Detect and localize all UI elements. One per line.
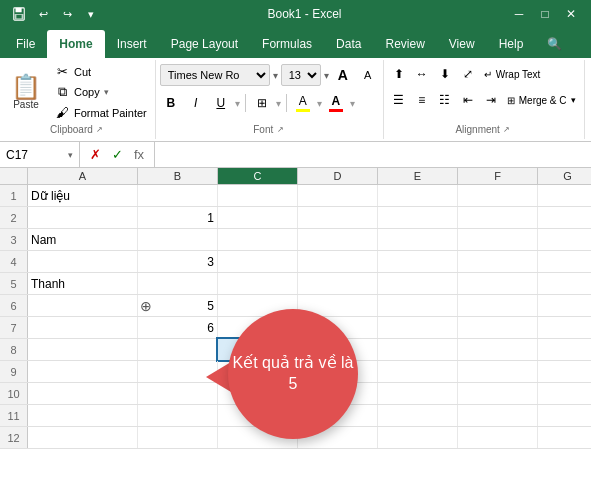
cell-b12[interactable]: [138, 427, 218, 448]
close-button[interactable]: ✕: [559, 2, 583, 26]
font-size-select[interactable]: 13: [281, 64, 321, 86]
cell-a2[interactable]: [28, 207, 138, 228]
cell-g10[interactable]: [538, 383, 591, 404]
cell-c4[interactable]: [218, 251, 298, 272]
clipboard-expander[interactable]: ↗: [95, 125, 105, 135]
cell-b3[interactable]: [138, 229, 218, 250]
font-color-button[interactable]: A: [325, 92, 347, 114]
tab-view[interactable]: View: [437, 30, 487, 58]
orientation-button[interactable]: ⤢: [457, 63, 479, 85]
cell-f11[interactable]: [458, 405, 538, 426]
cell-b7[interactable]: 6: [138, 317, 218, 338]
customize-qat-button[interactable]: ▾: [80, 3, 102, 25]
decrease-indent-button[interactable]: ⇤: [457, 89, 479, 111]
formula-input[interactable]: [155, 142, 591, 167]
align-center-button[interactable]: ≡: [411, 89, 433, 111]
name-box-dropdown[interactable]: ▾: [68, 150, 73, 160]
underline-dropdown[interactable]: ▾: [235, 98, 240, 109]
cell-c2[interactable]: [218, 207, 298, 228]
cancel-formula-button[interactable]: ✗: [86, 147, 104, 162]
maximize-button[interactable]: □: [533, 2, 557, 26]
cell-f6[interactable]: [458, 295, 538, 316]
cell-g7[interactable]: [538, 317, 591, 338]
tab-review[interactable]: Review: [373, 30, 436, 58]
cell-a1[interactable]: Dữ liệu: [28, 185, 138, 206]
col-header-b[interactable]: B: [138, 168, 218, 184]
cell-e11[interactable]: [378, 405, 458, 426]
col-header-d[interactable]: D: [298, 168, 378, 184]
cell-f9[interactable]: [458, 361, 538, 382]
tab-file[interactable]: File: [4, 30, 47, 58]
cell-g6[interactable]: [538, 295, 591, 316]
wrap-text-button[interactable]: ↵ Wrap Text: [480, 67, 545, 82]
border-dropdown[interactable]: ▾: [276, 98, 281, 109]
paste-button[interactable]: 📋 Paste: [4, 62, 48, 122]
merge-dropdown[interactable]: ▾: [571, 95, 576, 105]
cell-e5[interactable]: [378, 273, 458, 294]
cell-f12[interactable]: [458, 427, 538, 448]
align-middle-button[interactable]: ↔: [411, 63, 433, 85]
cell-e9[interactable]: [378, 361, 458, 382]
col-header-g[interactable]: G: [538, 168, 591, 184]
tab-formulas[interactable]: Formulas: [250, 30, 324, 58]
align-right-button[interactable]: ☷: [434, 89, 456, 111]
font-name-select[interactable]: Times New Ro: [160, 64, 270, 86]
cell-b8[interactable]: [138, 339, 218, 360]
tab-help[interactable]: Help: [487, 30, 536, 58]
cell-f2[interactable]: [458, 207, 538, 228]
bold-button[interactable]: B: [160, 92, 182, 114]
tab-page-layout[interactable]: Page Layout: [159, 30, 250, 58]
cell-a6[interactable]: [28, 295, 138, 316]
grow-font-button[interactable]: A: [332, 64, 354, 86]
col-header-f[interactable]: F: [458, 168, 538, 184]
cell-c5[interactable]: [218, 273, 298, 294]
cell-a7[interactable]: [28, 317, 138, 338]
cell-e12[interactable]: [378, 427, 458, 448]
cell-e8[interactable]: [378, 339, 458, 360]
cell-g12[interactable]: [538, 427, 591, 448]
cell-e1[interactable]: [378, 185, 458, 206]
cell-f4[interactable]: [458, 251, 538, 272]
copy-button[interactable]: ⧉ Copy ▾: [50, 82, 151, 102]
cell-f7[interactable]: [458, 317, 538, 338]
font-expander[interactable]: ↗: [275, 125, 285, 135]
border-button[interactable]: ⊞: [251, 92, 273, 114]
cell-e10[interactable]: [378, 383, 458, 404]
cell-b5[interactable]: [138, 273, 218, 294]
underline-button[interactable]: U: [210, 92, 232, 114]
cell-e4[interactable]: [378, 251, 458, 272]
cell-b6[interactable]: ⊕5: [138, 295, 218, 316]
minimize-button[interactable]: ─: [507, 2, 531, 26]
fill-color-button[interactable]: A: [292, 92, 314, 114]
insert-function-button[interactable]: fx: [130, 147, 148, 162]
fill-color-dropdown[interactable]: ▾: [317, 98, 322, 109]
cell-g11[interactable]: [538, 405, 591, 426]
save-button[interactable]: [8, 3, 30, 25]
cell-a11[interactable]: [28, 405, 138, 426]
cell-a12[interactable]: [28, 427, 138, 448]
cell-e7[interactable]: [378, 317, 458, 338]
cell-g8[interactable]: [538, 339, 591, 360]
cell-c1[interactable]: [218, 185, 298, 206]
cell-g9[interactable]: [538, 361, 591, 382]
font-name-dropdown-icon[interactable]: ▾: [273, 70, 278, 81]
align-bottom-button[interactable]: ⬇: [434, 63, 456, 85]
tab-home[interactable]: Home: [47, 30, 104, 58]
name-box[interactable]: C17 ▾: [0, 142, 80, 167]
cell-a8[interactable]: [28, 339, 138, 360]
cell-f8[interactable]: [458, 339, 538, 360]
col-header-c[interactable]: C: [218, 168, 298, 184]
cell-a10[interactable]: [28, 383, 138, 404]
cell-f5[interactable]: [458, 273, 538, 294]
cell-b1[interactable]: [138, 185, 218, 206]
cell-a3[interactable]: Nam: [28, 229, 138, 250]
cell-f10[interactable]: [458, 383, 538, 404]
increase-indent-button[interactable]: ⇥: [480, 89, 502, 111]
cell-b11[interactable]: [138, 405, 218, 426]
cut-button[interactable]: ✂ Cut: [50, 62, 151, 81]
cell-b4[interactable]: 3: [138, 251, 218, 272]
cell-d1[interactable]: [298, 185, 378, 206]
tab-data[interactable]: Data: [324, 30, 373, 58]
cell-d3[interactable]: [298, 229, 378, 250]
cell-d2[interactable]: [298, 207, 378, 228]
